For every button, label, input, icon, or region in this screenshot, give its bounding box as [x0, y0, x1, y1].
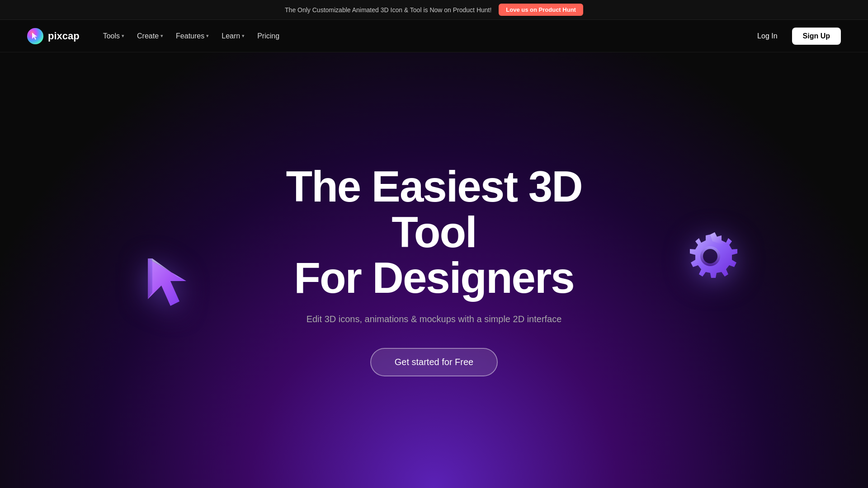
navbar: pixcap Tools ▾ Create ▾ Features ▾ Learn… — [0, 20, 868, 52]
nav-menu: Tools ▾ Create ▾ Features ▾ Learn ▾ Pric… — [98, 28, 285, 44]
hero-content: The Easiest 3D Tool For Designers Edit 3… — [253, 164, 615, 376]
hero-title: The Easiest 3D Tool For Designers — [271, 164, 597, 300]
create-chevron-icon: ▾ — [160, 33, 163, 39]
tools-chevron-icon: ▾ — [122, 33, 124, 39]
nav-item-pricing[interactable]: Pricing — [252, 28, 285, 44]
login-button[interactable]: Log In — [750, 28, 784, 44]
gear-3d-decoration — [674, 225, 746, 298]
hero-subtitle: Edit 3D icons, animations & mockups with… — [271, 312, 597, 326]
nav-left: pixcap Tools ▾ Create ▾ Features ▾ Learn… — [27, 28, 285, 44]
logo-icon — [27, 28, 43, 44]
nav-item-tools[interactable]: Tools ▾ — [98, 28, 130, 44]
product-hunt-button[interactable]: Love us on Product Hunt — [499, 4, 583, 16]
nav-item-learn[interactable]: Learn ▾ — [216, 28, 250, 44]
logo-link[interactable]: pixcap — [27, 28, 80, 44]
cursor-3d-decoration — [139, 249, 198, 308]
logo-text: pixcap — [48, 30, 80, 42]
announcement-bar: The Only Customizable Animated 3D Icon &… — [0, 0, 868, 20]
hero-section: The Easiest 3D Tool For Designers Edit 3… — [0, 52, 868, 488]
nav-right: Log In Sign Up — [750, 28, 841, 45]
nav-item-features[interactable]: Features ▾ — [170, 28, 214, 44]
nav-item-create[interactable]: Create ▾ — [132, 28, 169, 44]
announcement-text: The Only Customizable Animated 3D Icon &… — [285, 6, 491, 14]
cta-button[interactable]: Get started for Free — [370, 348, 498, 376]
signup-button[interactable]: Sign Up — [792, 28, 841, 45]
svg-point-2 — [703, 249, 717, 263]
features-chevron-icon: ▾ — [206, 33, 209, 39]
learn-chevron-icon: ▾ — [242, 33, 245, 39]
